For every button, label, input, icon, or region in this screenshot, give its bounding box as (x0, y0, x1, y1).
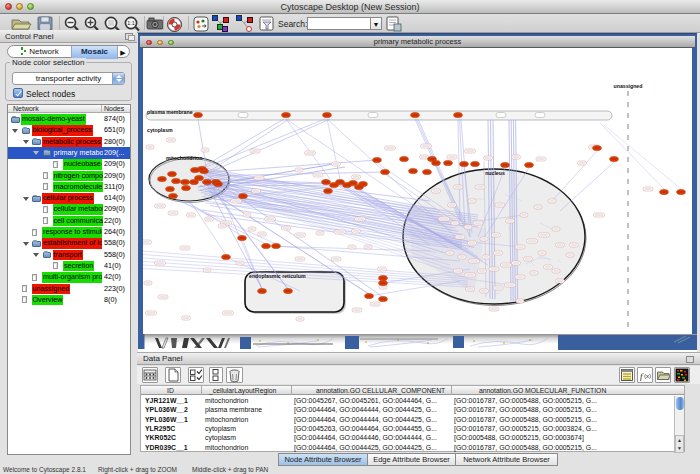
svg-text:unassigned: unassigned (614, 83, 643, 89)
svg-text:1:1: 1:1 (127, 20, 135, 26)
svg-text:plasma membrane: plasma membrane (147, 109, 193, 115)
svg-text:cytoplasm: cytoplasm (147, 127, 173, 133)
svg-text:nucleus: nucleus (485, 170, 505, 176)
svg-text:mitochondrion: mitochondrion (166, 155, 202, 161)
svg-text:endoplasmic reticulum: endoplasmic reticulum (249, 273, 306, 279)
svg-text:(x): (x) (644, 373, 651, 379)
